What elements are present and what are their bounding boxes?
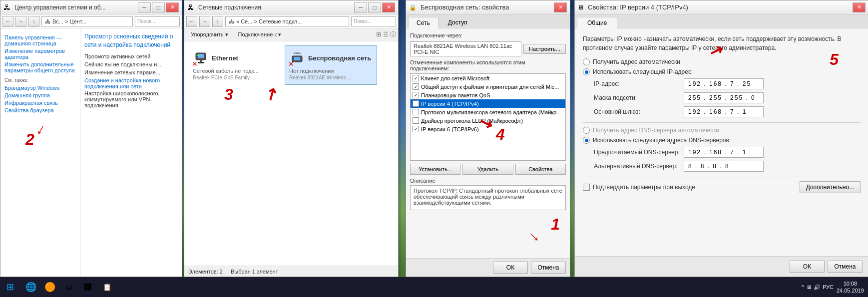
wlan-checkbox-1[interactable]: ✓ — [413, 83, 419, 90]
net-organize-btn[interactable]: Упорядочить ▾ — [186, 30, 233, 39]
cp-back-btn[interactable]: ← — [2, 16, 13, 27]
wlan-configure-btn[interactable]: Настроить... — [523, 44, 566, 54]
wlan-checkbox-5[interactable] — [413, 117, 419, 124]
net-address-path[interactable]: 🖧 « Се... > Сетевые подкл... — [225, 16, 349, 26]
wlan-cancel-btn[interactable]: Отмена — [531, 262, 566, 274]
wlan-connect-via-row: Подключение через: — [410, 32, 566, 38]
ip-alt-dns-input[interactable] — [684, 161, 764, 172]
wlan-title-icon: 🔒 — [409, 4, 417, 11]
net-maximize-btn[interactable]: □ — [368, 2, 381, 12]
ip-close-btn[interactable]: ✕ — [853, 2, 866, 12]
net-address-bar: ← → ↑ 🖧 « Се... > Сетевые подкл... Поиск… — [184, 14, 398, 28]
taskbar-right: ^ 🖥 🔊 РУС 10:08 24.05.2019 — [802, 280, 868, 295]
net-close-btn[interactable]: ✕ — [382, 2, 395, 12]
ip-manual-dns-radio[interactable] — [583, 137, 590, 144]
cp-change-adapter-link[interactable]: Изменение параметров адаптера — [4, 48, 76, 60]
ip-address-input[interactable] — [684, 78, 764, 89]
wlan-properties-btn[interactable]: Свойства — [515, 164, 566, 175]
cp-infrared-link[interactable]: Инфракрасная связь — [4, 100, 76, 106]
taskbar-icon-0[interactable]: 🌐 — [22, 278, 40, 296]
net-minimize-btn[interactable]: ─ — [354, 2, 367, 12]
net-item-wireless-header: ✕ Беспроводная сеть — [289, 50, 371, 66]
cp-search-box[interactable]: Поиск... — [135, 16, 180, 26]
taskbar-icon-2[interactable]: 🗂 — [60, 278, 78, 296]
wlan-component-0[interactable]: ✓ Клиент для сетей Microsoft — [411, 74, 565, 82]
cp-main: Просмотр основных сведений о сети и наст… — [80, 28, 182, 277]
wlan-component-3[interactable]: ✓ IP версии 4 (TCP/IPv4) — [411, 99, 565, 108]
control-panel-titlebar: 🖧 Центр управления сетями и об... ─ □ ✕ — [0, 0, 182, 14]
cp-close-btn[interactable]: ✕ — [166, 2, 179, 12]
wlan-component-1[interactable]: ✓ Общий доступ к файлам и принтерам для … — [411, 82, 565, 91]
ip-manual-radio-label: Использовать следующий IP-адрес: — [593, 68, 693, 75]
start-button[interactable]: ⊞ — [0, 277, 20, 297]
taskbar-icon-1[interactable]: 🟠 — [41, 278, 59, 296]
net-connect-btn[interactable]: Подключение к ▾ — [234, 30, 286, 39]
tray-monitor[interactable]: 🖥 — [806, 284, 812, 290]
cp-homegroup-link[interactable]: Домашняя группа — [4, 92, 76, 98]
ip-address-fields: IP-адрес: Маска подсети: Основной шлюз: — [594, 78, 861, 117]
wlan-component-label-2: Планировщик пакетов QoS — [421, 92, 490, 98]
tray-lang[interactable]: РУС — [823, 284, 834, 290]
cp-main-heading[interactable]: Просмотр основных сведений о сети и наст… — [84, 32, 178, 49]
ip-title-text: Свойства: IP версии 4 (TCP/IPv4) — [588, 3, 851, 11]
cp-minimize-btn[interactable]: ─ — [138, 2, 151, 12]
ip-auto-dns-radio[interactable] — [583, 127, 590, 134]
tray-chevron[interactable]: ^ — [802, 284, 804, 290]
net-back-btn[interactable]: ← — [186, 16, 197, 27]
wlan-checkbox-4[interactable] — [413, 109, 419, 115]
cp-network-params: Изменение сетевых параме... — [84, 69, 178, 75]
wlan-component-2[interactable]: ✓ Планировщик пакетов QoS — [411, 91, 565, 99]
wlan-component-4[interactable]: Протокол мультиплексора сетевого адаптер… — [411, 108, 565, 116]
wlan-ok-btn[interactable]: ОК — [493, 262, 528, 274]
wlan-component-5[interactable]: Драйвер протокола LLDP (Майкрософт) — [411, 116, 565, 125]
taskbar-icon-3[interactable]: 🅿 — [79, 278, 97, 296]
cp-forward-btn[interactable]: → — [15, 16, 26, 27]
cp-address-path[interactable]: 🖧 Вс... > Цент... — [41, 16, 133, 26]
net-item-wireless[interactable]: ✕ Беспроводная сеть Нет подключения Real… — [285, 45, 377, 85]
net-item-ethernet[interactable]: ✕ Ethernet Сетевой кабель не подк... Rea… — [188, 45, 281, 85]
wlan-checkbox-6[interactable]: ✓ — [413, 126, 419, 132]
wlan-checkbox-0[interactable]: ✓ — [413, 75, 419, 81]
wlan-checkbox-2[interactable]: ✓ — [413, 92, 419, 98]
ip-subnet-input[interactable] — [684, 92, 764, 103]
ip-advanced-btn[interactable]: Дополнительно... — [800, 181, 861, 193]
ip-cancel-btn[interactable]: Отмена — [828, 261, 863, 273]
ip-ok-btn[interactable]: ОК — [790, 261, 825, 273]
wlan-uninstall-btn[interactable]: Удалить — [462, 164, 513, 175]
taskbar-time: 10:08 24.05.2019 — [837, 280, 864, 295]
wlan-tab-network[interactable]: Сеть — [408, 17, 438, 28]
cp-up-btn[interactable]: ↑ — [28, 16, 39, 27]
ip-alt-dns-label: Альтернативный DNS-сервер: — [594, 163, 684, 170]
ip-confirm-checkbox[interactable] — [583, 184, 590, 191]
taskbar-icon-4[interactable]: 📋 — [98, 278, 116, 296]
cp-browser-link[interactable]: Свойства браузера — [4, 107, 76, 113]
ip-divider2 — [583, 177, 861, 177]
wlan-ok-cancel-bar: ОК Отмена — [406, 258, 570, 277]
net-search-box[interactable]: Поиск... — [351, 16, 396, 26]
cp-create-link[interactable]: Создание и настройка нового подключения … — [84, 77, 178, 89]
wlan-components-label: Отмеченные компоненты используются этим … — [410, 59, 566, 71]
wlan-tab-access[interactable]: Доступ — [439, 16, 476, 28]
net-forward-btn[interactable]: → — [199, 16, 210, 27]
tray-volume[interactable]: 🔊 — [814, 284, 821, 291]
wlan-body: Подключение через: Realtek 8821AE Wirele… — [406, 28, 570, 258]
ip-gateway-input[interactable] — [684, 106, 764, 117]
control-panel-window: 🖧 Центр управления сетями и об... ─ □ ✕ … — [0, 0, 182, 277]
ip-tab-general[interactable]: Общие — [577, 17, 617, 28]
ip-auto-radio[interactable] — [583, 58, 590, 65]
cp-firewall-link[interactable]: Брандмауэр Windows — [4, 85, 76, 91]
wlan-component-6[interactable]: ✓ IP версии 6 (TCP/IPv6) — [411, 125, 565, 133]
ip-manual-radio[interactable] — [583, 68, 590, 75]
cp-maximize-btn[interactable]: □ — [152, 2, 165, 12]
net-wireless-name: Беспроводная сеть — [308, 54, 371, 62]
wlan-close-btn[interactable]: ✕ — [554, 2, 567, 12]
net-up-btn[interactable]: ↑ — [212, 16, 223, 27]
ip-preferred-dns-input[interactable] — [684, 147, 764, 158]
cp-sidebar: Панель управления — домашняя страница Из… — [0, 28, 80, 277]
cp-change-advanced-link[interactable]: Изменить дополнительные параметры общего… — [4, 61, 76, 73]
cp-home-link[interactable]: Панель управления — домашняя страница — [4, 34, 76, 46]
net-ethernet-status: Сетевой кабель не подк... — [193, 68, 259, 74]
wlan-checkbox-3[interactable]: ✓ — [413, 100, 419, 107]
date-display: 24.05.2019 — [837, 287, 864, 294]
wlan-install-btn[interactable]: Установить... — [410, 164, 460, 175]
